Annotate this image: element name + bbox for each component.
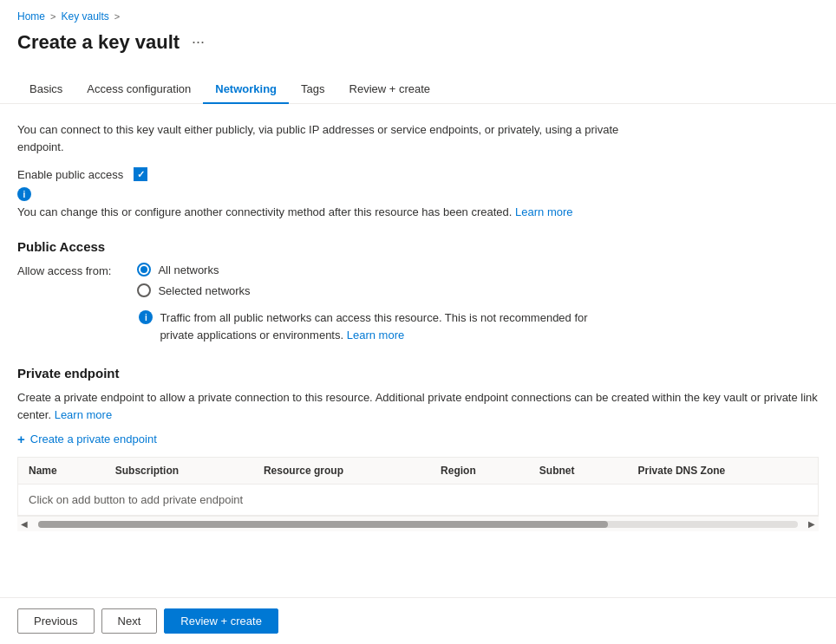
scroll-right-arrow[interactable]: ▶ <box>805 519 819 529</box>
add-private-endpoint-button[interactable]: + Create a private endpoint <box>17 432 157 446</box>
col-resource-group: Resource group <box>253 458 430 485</box>
review-create-button[interactable]: Review + create <box>164 608 278 634</box>
radio-selected-networks[interactable]: Selected networks <box>137 283 611 297</box>
breadcrumb-keyvaults[interactable]: Key vaults <box>61 10 108 23</box>
tab-access-configuration[interactable]: Access configuration <box>75 75 203 104</box>
table-empty-row: Click on add button to add private endpo… <box>18 485 818 516</box>
col-region: Region <box>430 458 529 485</box>
public-access-title: Public Access <box>17 239 819 254</box>
allow-access-label: Allow access from: <box>17 263 111 277</box>
col-subscription: Subscription <box>105 458 253 485</box>
network-description: You can connect to this key vault either… <box>17 121 642 155</box>
private-endpoint-learn-more[interactable]: Learn more <box>55 408 112 421</box>
breadcrumb: Home > Key vaults > <box>0 0 836 26</box>
breadcrumb-sep1: > <box>50 11 56 22</box>
tab-networking[interactable]: Networking <box>203 75 289 104</box>
network-warning-text: Traffic from all public networks can acc… <box>160 309 611 343</box>
info-icon: i <box>17 187 31 201</box>
info-note-row: i <box>17 186 819 201</box>
radio-selected-networks-circle <box>137 283 151 297</box>
tab-review-create[interactable]: Review + create <box>337 75 443 104</box>
enable-public-access-checkbox[interactable] <box>134 167 147 181</box>
private-endpoint-description: Create a private endpoint to allow a pri… <box>17 389 819 423</box>
empty-message: Click on add button to add private endpo… <box>18 485 818 516</box>
radio-all-networks[interactable]: All networks <box>137 263 611 276</box>
radio-all-networks-circle <box>137 263 151 276</box>
page-header: Create a key vault ··· <box>0 26 836 55</box>
breadcrumb-sep2: > <box>114 11 120 22</box>
network-warning-icon: i <box>139 310 153 324</box>
horizontal-scrollbar[interactable]: ◀ ▶ <box>17 516 819 531</box>
page-title: Create a key vault <box>17 31 180 54</box>
tabs-bar: Basics Access configuration Networking T… <box>0 62 836 104</box>
info-note-learn-more[interactable]: Learn more <box>515 205 572 218</box>
enable-public-access-label: Enable public access <box>17 168 123 181</box>
network-warning-learn-more[interactable]: Learn more <box>347 329 404 342</box>
private-endpoint-title: Private endpoint <box>17 366 819 381</box>
network-radio-group: All networks Selected networks i Traffic… <box>137 263 611 343</box>
info-note-text: You can change this or configure another… <box>17 205 819 220</box>
breadcrumb-home[interactable]: Home <box>17 10 45 23</box>
radio-all-networks-label: All networks <box>158 263 219 276</box>
private-endpoint-table: Name Subscription Resource group Region … <box>18 458 818 516</box>
col-private-dns-zone: Private DNS Zone <box>628 458 818 485</box>
allow-access-row: Allow access from: All networks Selected… <box>17 263 819 343</box>
network-warning-box: i Traffic from all public networks can a… <box>137 309 611 343</box>
private-endpoint-table-container: Name Subscription Resource group Region … <box>17 457 819 516</box>
col-subnet: Subnet <box>529 458 628 485</box>
private-endpoint-section: Private endpoint Create a private endpoi… <box>17 366 819 531</box>
radio-selected-networks-label: Selected networks <box>158 284 250 297</box>
plus-icon: + <box>17 432 25 446</box>
next-button[interactable]: Next <box>101 608 158 634</box>
scrollbar-track[interactable] <box>38 521 798 528</box>
main-content: You can connect to this key vault either… <box>0 104 836 601</box>
previous-button[interactable]: Previous <box>17 608 95 634</box>
scroll-left-arrow[interactable]: ◀ <box>17 519 31 529</box>
col-name: Name <box>18 458 105 485</box>
tab-basics[interactable]: Basics <box>17 75 75 104</box>
more-options-icon[interactable]: ··· <box>188 29 208 55</box>
scrollbar-thumb <box>38 521 608 528</box>
tab-tags[interactable]: Tags <box>289 75 336 104</box>
enable-public-access-row: Enable public access <box>17 167 819 181</box>
footer: Previous Next Review + create <box>0 597 836 644</box>
